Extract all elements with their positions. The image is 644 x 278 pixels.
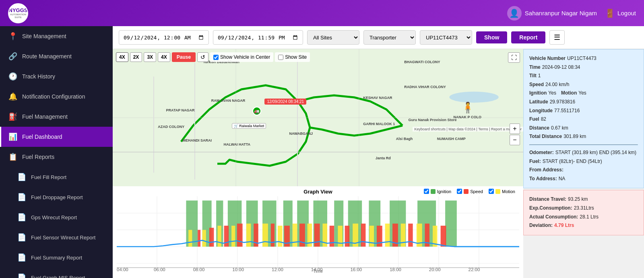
- vehicle-select[interactable]: UP11CT4473: [420, 30, 472, 45]
- sidebar-item-fuel-sensor-wirecut-report[interactable]: 📄 Fuel Sensor Wirecut Report: [0, 227, 113, 247]
- pause-button[interactable]: Pause: [172, 52, 196, 62]
- tilt-label: Tilt: [529, 72, 537, 80]
- distance-travel-label: Distance Travel:: [529, 195, 566, 204]
- menu-button[interactable]: ☰: [549, 30, 565, 45]
- longitude-value: 77.5511716: [554, 107, 580, 115]
- center-vehicle-checkbox[interactable]: [213, 55, 219, 60]
- latitude-row: Latitude 29.9783816: [529, 98, 638, 107]
- sidebar-item-fuel-droppage-report[interactable]: 📄 Fuel Droppage Report: [0, 187, 113, 207]
- actual-consumption-value: 28.1 Ltrs: [580, 213, 599, 222]
- vehicle-number-row: Vehicle Number UP11CT4473: [529, 54, 638, 63]
- legend-speed-check[interactable]: [457, 189, 462, 194]
- graph-svg: 04:00 06:00 08:00 10:00 12:00 14:00 16:0…: [117, 196, 519, 272]
- sidebar-item-fuel-fill-report[interactable]: 📄 Fuel Fill Report: [0, 167, 113, 187]
- speed-info-label: Speed: [529, 80, 544, 89]
- sidebar-label-route-management: Route Management: [22, 53, 72, 60]
- legend-speed: Speed: [457, 189, 483, 194]
- odometer-value: START (301.89 km) END (395.14 km): [555, 148, 636, 157]
- site-select[interactable]: All Sites: [307, 30, 359, 45]
- svg-rect-37: [188, 230, 192, 247]
- sidebar-label-notification-config: Notification Configuration: [22, 93, 85, 100]
- user-icon: 👤: [507, 6, 522, 21]
- actual-consumption-label: Actual Consumption:: [529, 213, 578, 222]
- motion-info-label: Motion: [561, 89, 577, 98]
- legend-motion-check[interactable]: [489, 189, 494, 194]
- zoom-in-button[interactable]: +: [510, 124, 520, 134]
- date-from-input[interactable]: [119, 30, 209, 45]
- sidebar-item-fuel-graph-mis-report[interactable]: 📄 Fuel Graph MIS Report: [0, 268, 113, 278]
- sidebar-label-fuel-management: Fuel Management: [22, 113, 68, 120]
- from-address-label: From Address:: [529, 166, 564, 175]
- app-header: NYGGS AUTOMATION SUITE 👤 Sahanranpur Nag…: [0, 0, 644, 26]
- map-info-row: Turkish Dastarkhwan PRATAP NAGAR RAM JIV…: [113, 49, 644, 278]
- sidebar: 📍 Site Management 🔗 Route Management 🕐 T…: [0, 26, 113, 278]
- zoom-out-button[interactable]: −: [510, 135, 520, 145]
- sidebar-item-gps-wirecut-report[interactable]: 📄 Gps Wirecut Report: [0, 207, 113, 227]
- sidebar-item-fuel-summary-report[interactable]: 📄 Fuel Summary Report: [0, 247, 113, 268]
- vehicle-info-box: Vehicle Number UP11CT4473 Time 2024-09-1…: [523, 49, 644, 188]
- route-icon: 🔗: [8, 52, 17, 61]
- speed-4x-first[interactable]: 4X: [116, 52, 128, 62]
- graph-svg-container: 04:00 06:00 08:00 10:00 12:00 14:00 16:0…: [117, 196, 519, 272]
- sidebar-item-route-management[interactable]: 🔗 Route Management: [0, 46, 113, 66]
- legend-ignition: Ignition: [424, 189, 451, 194]
- logo-text: NYGGS AUTOMATION SUITE: [9, 7, 28, 19]
- user-name: Sahanranpur Nagar Nigam: [525, 10, 597, 16]
- graph-area: Graph View Ignition Speed: [113, 186, 523, 278]
- doc-icon-2: 📄: [17, 193, 26, 202]
- transporter-select[interactable]: Transporter: [363, 30, 416, 45]
- sidebar-item-track-history[interactable]: 🕐 Track History: [0, 66, 113, 86]
- svg-rect-38: [198, 230, 200, 247]
- graph-legend: Ignition Speed Motion: [424, 189, 515, 194]
- logout-icon: 🚪: [605, 8, 615, 18]
- ignition-row: Ignition Yes Motion Yes: [529, 89, 638, 98]
- svg-rect-39: [202, 230, 206, 247]
- report-button[interactable]: Report: [511, 31, 545, 43]
- header-right: 👤 Sahanranpur Nagar Nigam 🚪 Logout: [507, 6, 636, 21]
- center-vehicle-text: Show Vehicle in Center: [220, 54, 270, 60]
- map-background[interactable]: Turkish Dastarkhwan PRATAP NAGAR RAM JIV…: [113, 49, 523, 186]
- speed-2x[interactable]: 2X: [130, 52, 142, 62]
- legend-motion: Motion: [489, 189, 515, 194]
- svg-text:04:00: 04:00: [117, 267, 128, 272]
- sidebar-item-notification-config[interactable]: 🔔 Notification Configuration: [0, 86, 113, 107]
- speed-4x[interactable]: 4X: [158, 52, 170, 62]
- doc-icon-6: 📄: [17, 273, 26, 278]
- sidebar-label-fuel-graph-mis-report: Fuel Graph MIS Report: [31, 275, 85, 278]
- fuel-info-label: Fuel: [529, 115, 539, 124]
- location-icon: 📍: [8, 32, 17, 41]
- logout-button[interactable]: 🚪 Logout: [605, 8, 636, 18]
- clock-icon: 🕐: [8, 72, 17, 81]
- sidebar-item-fuel-management[interactable]: ⛽ Fuel Management: [0, 107, 113, 127]
- speed-3x[interactable]: 3X: [144, 52, 156, 62]
- person-icon: 🧍: [461, 101, 474, 114]
- sidebar-item-site-management[interactable]: 📍 Site Management: [0, 26, 113, 46]
- legend-ignition-check[interactable]: [424, 189, 429, 194]
- sidebar-label-site-management: Site Management: [22, 33, 66, 39]
- show-button[interactable]: Show: [476, 31, 507, 43]
- exp-consumption-label: Exp.Consumption:: [529, 204, 572, 213]
- distance-travel-row: Distance Travel: 93.25 km: [529, 195, 638, 204]
- distance-travel-value: 93.25 km: [568, 195, 588, 204]
- dashboard-icon: 📊: [8, 132, 17, 141]
- sidebar-item-fuel-dashboard[interactable]: 📊 Fuel Dashboard: [0, 127, 113, 147]
- svg-rect-49: [278, 226, 282, 247]
- sidebar-item-fuel-reports[interactable]: 📋 Fuel Reports: [0, 147, 113, 167]
- speed-label: Speed: [470, 189, 483, 194]
- latitude-label: Latitude: [529, 98, 548, 107]
- logo-circle: NYGGS AUTOMATION SUITE: [8, 3, 28, 23]
- replay-button[interactable]: ↺: [197, 52, 208, 62]
- sidebar-label-track-history: Track History: [22, 73, 55, 80]
- date-to-input[interactable]: [213, 30, 303, 45]
- sidebar-label-gps-wirecut-report: Gps Wirecut Report: [31, 214, 77, 220]
- fuel-row: Fuel 82: [529, 115, 638, 124]
- svg-rect-41: [218, 226, 221, 247]
- fullscreen-button[interactable]: ⛶: [508, 52, 520, 63]
- toolbar: All Sites Transporter UP11CT4473 Show Re…: [113, 26, 644, 49]
- show-site-label[interactable]: Show Site: [275, 52, 310, 62]
- svg-rect-47: [262, 224, 268, 247]
- logo-area: NYGGS AUTOMATION SUITE: [8, 3, 28, 23]
- total-distance-label: Total Distance: [529, 132, 562, 141]
- show-site-checkbox[interactable]: [278, 55, 283, 60]
- center-vehicle-label[interactable]: Show Vehicle in Center: [210, 52, 273, 62]
